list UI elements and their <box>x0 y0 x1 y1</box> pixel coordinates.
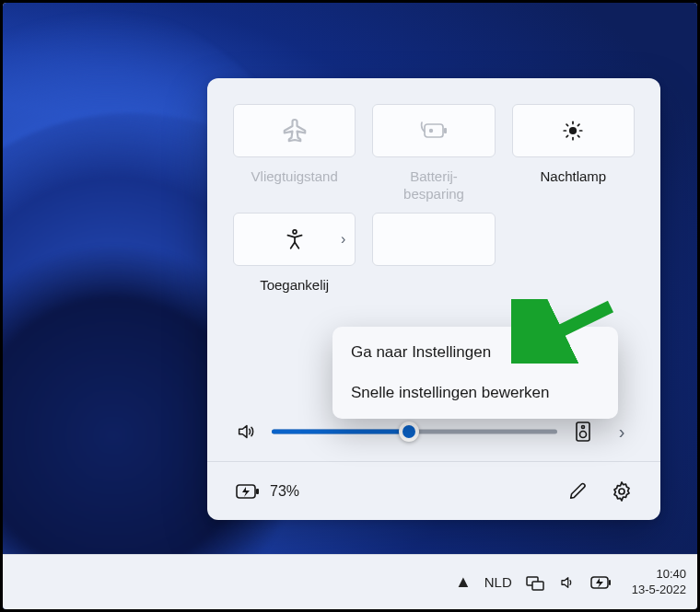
quick-tiles-grid: Vliegtuigstand Batterij- besparing <box>207 78 660 314</box>
accessibility-icon <box>283 227 307 251</box>
volume-tray-icon[interactable] <box>558 574 577 591</box>
svg-rect-17 <box>256 489 259 494</box>
svg-rect-24 <box>609 580 611 585</box>
battery-percent: 73% <box>270 483 299 500</box>
tray-overflow-chevron-icon[interactable]: ▲ <box>455 572 472 592</box>
volume-slider-row: › <box>207 419 660 461</box>
battery-charging-icon <box>233 482 261 501</box>
edit-icon[interactable] <box>565 479 590 504</box>
airplane-mode-tile[interactable] <box>233 104 356 157</box>
gear-icon[interactable] <box>609 479 635 504</box>
quick-settings-footer: 73% <box>207 461 660 520</box>
battery-saver-label: Batterij- besparing <box>372 168 495 205</box>
menu-item-edit-quick-settings[interactable]: Snelle instellingen bewerken <box>332 373 618 413</box>
svg-point-12 <box>293 230 297 234</box>
svg-point-15 <box>580 432 587 438</box>
taskbar-time: 10:40 <box>656 567 686 582</box>
audio-output-icon[interactable] <box>570 419 596 445</box>
nightlight-tile[interactable] <box>512 104 635 157</box>
chevron-right-icon[interactable]: › <box>609 419 635 445</box>
battery-tray-icon[interactable] <box>589 575 613 590</box>
airplane-mode-label: Vliegtuigstand <box>233 168 356 205</box>
taskbar-date: 13-5-2022 <box>632 583 686 597</box>
context-menu: Ga naar Instellingen Snelle instellingen… <box>332 327 618 419</box>
quick-settings-panel: Vliegtuigstand Batterij- besparing <box>207 78 660 520</box>
svg-line-10 <box>566 135 568 137</box>
system-tray: ▲ NLD <box>455 567 686 597</box>
svg-rect-22 <box>532 582 543 590</box>
menu-item-go-to-settings[interactable]: Ga naar Instellingen <box>332 332 618 373</box>
svg-point-14 <box>582 426 585 429</box>
volume-slider[interactable] <box>272 426 557 437</box>
svg-rect-0 <box>425 124 443 137</box>
network-icon[interactable] <box>525 573 545 592</box>
svg-point-2 <box>429 129 433 133</box>
svg-rect-1 <box>444 128 447 133</box>
speaker-icon[interactable] <box>233 419 259 445</box>
svg-line-9 <box>578 135 580 137</box>
quick-tile-hidden-1-label <box>372 277 495 314</box>
battery-saver-icon <box>418 120 449 142</box>
language-indicator[interactable]: NLD <box>484 574 512 590</box>
battery-saver-tile[interactable] <box>372 104 495 157</box>
chevron-right-icon: › <box>341 231 345 248</box>
brightness-icon <box>561 119 585 143</box>
svg-line-11 <box>578 124 580 126</box>
nightlight-label: Nachtlamp <box>512 168 635 205</box>
svg-point-3 <box>570 128 577 134</box>
svg-point-18 <box>619 489 624 494</box>
accessibility-label: Toegankelij <box>233 277 356 314</box>
quick-tile-hidden-1[interactable] <box>372 213 495 266</box>
taskbar-clock[interactable]: 10:40 13-5-2022 <box>632 567 686 597</box>
taskbar: ▲ NLD <box>3 554 697 609</box>
airplane-icon <box>281 117 309 144</box>
accessibility-tile[interactable]: › <box>233 213 356 266</box>
svg-line-8 <box>566 124 568 126</box>
